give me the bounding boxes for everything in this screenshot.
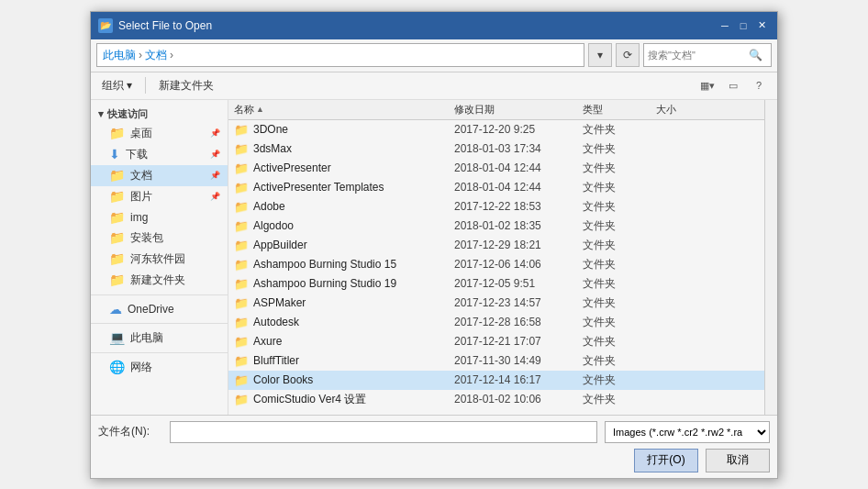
table-row[interactable]: 📁 3DOne 2017-12-20 9:25 文件夹	[228, 120, 764, 139]
file-name-text: Adobe	[253, 200, 285, 213]
file-list-area: 名称 ▲ 修改日期 类型 大小 📁 3DOne 2017-12-20 9:25	[228, 100, 764, 415]
file-name-text: ActivePresenter	[253, 161, 331, 174]
folder-icon: 📁	[234, 258, 249, 272]
sidebar: ▾ 快速访问 📁 桌面 📌 ⬇ 下载 📌 📁 文档 📌	[91, 100, 228, 415]
file-name-text: Axure	[253, 335, 282, 348]
file-type-cell: 文件夹	[577, 218, 651, 234]
sidebar-item-downloads[interactable]: ⬇ 下载 📌	[91, 144, 228, 165]
folder-icon: 📁	[234, 142, 249, 156]
file-type-cell: 文件夹	[577, 353, 651, 369]
table-row[interactable]: 📁 ASPMaker 2017-12-23 14:57 文件夹	[228, 294, 764, 313]
table-row[interactable]: 📁 Algodoo 2018-01-02 18:35 文件夹	[228, 217, 764, 236]
sidebar-item-newfolder[interactable]: 📁 新建文件夹	[91, 270, 228, 291]
refresh-button[interactable]: ⟳	[616, 43, 640, 67]
toolbar: 组织 ▾ 新建文件夹 ▦▾ ▭ ?	[91, 72, 777, 100]
file-name-text: 3DOne	[253, 123, 288, 136]
file-name-cell: 📁 BluffTitler	[228, 354, 449, 368]
file-type-cell: 文件夹	[577, 141, 651, 157]
column-header-name[interactable]: 名称 ▲	[228, 103, 449, 117]
organize-button[interactable]: 组织 ▾	[98, 76, 136, 95]
maximize-button[interactable]: □	[735, 17, 751, 34]
filename-input[interactable]	[170, 421, 597, 443]
help-button[interactable]: ?	[748, 75, 770, 95]
sidebar-item-onedrive[interactable]: ☁ OneDrive	[91, 299, 228, 319]
table-row[interactable]: 📁 ActivePresenter 2018-01-04 12:44 文件夹	[228, 159, 764, 178]
sidebar-item-network[interactable]: 🌐 网络	[91, 357, 228, 378]
column-header-date[interactable]: 修改日期	[449, 103, 577, 117]
folder-icon: 📁	[234, 373, 249, 387]
new-folder-button[interactable]: 新建文件夹	[155, 76, 217, 95]
quick-access-header[interactable]: ▾ 快速访问	[91, 104, 228, 123]
sidebar-item-label: 网络	[130, 360, 152, 375]
file-name-text: ActivePresenter Templates	[253, 181, 384, 194]
sidebar-item-computer[interactable]: 💻 此电脑	[91, 328, 228, 349]
column-header-size[interactable]: 大小	[651, 103, 706, 117]
file-date-cell: 2017-12-23 14:57	[449, 296, 577, 309]
sidebar-item-label: OneDrive	[128, 303, 174, 316]
breadcrumb-dropdown[interactable]: ▾	[588, 43, 612, 67]
file-type-cell: 文件夹	[577, 257, 651, 272]
file-name-cell: 📁 Axure	[228, 335, 449, 349]
open-button[interactable]: 打开(O)	[634, 449, 698, 472]
cancel-button[interactable]: 取消	[706, 449, 770, 472]
dialog-icon: 📂	[98, 18, 113, 33]
search-icon[interactable]: 🔍	[745, 44, 765, 66]
file-list: 📁 3DOne 2017-12-20 9:25 文件夹 📁 3dsMax 201…	[228, 120, 764, 415]
folder-icon: 📁	[234, 335, 249, 349]
file-date-cell: 2018-01-02 10:06	[449, 393, 577, 406]
breadcrumb[interactable]: 此电脑 › 文档 ›	[96, 43, 584, 67]
table-row[interactable]: 📁 Ashampoo Burning Studio 15 2017-12-06 …	[228, 255, 764, 274]
table-row[interactable]: 📁 ActivePresenter Templates 2018-01-04 1…	[228, 178, 764, 197]
title-bar-left: 📂 Select File to Open	[98, 18, 212, 33]
action-row: 打开(O) 取消	[98, 449, 770, 472]
table-row[interactable]: 📁 BluffTitler 2017-11-30 14:49 文件夹	[228, 351, 764, 371]
table-row[interactable]: 📁 Color Books 2017-12-14 16:17 文件夹	[228, 371, 764, 390]
sidebar-item-documents[interactable]: 📁 文档 📌	[91, 165, 228, 186]
sidebar-item-desktop[interactable]: 📁 桌面 📌	[91, 123, 228, 144]
file-date-cell: 2017-12-05 9:51	[449, 277, 577, 290]
folder-icon: 📁	[109, 126, 125, 140]
breadcrumb-computer[interactable]: 此电脑	[103, 48, 136, 63]
file-type-cell: 文件夹	[577, 199, 651, 215]
scroll-track[interactable]	[764, 100, 777, 415]
sidebar-item-label: 图片	[130, 189, 152, 205]
view-preview-button[interactable]: ▭	[722, 75, 744, 95]
breadcrumb-docs[interactable]: 文档	[145, 48, 167, 63]
dialog-title: Select File to Open	[118, 19, 212, 32]
close-button[interactable]: ✕	[753, 17, 770, 34]
minimize-button[interactable]: ─	[717, 17, 733, 34]
file-date-cell: 2017-12-21 17:07	[449, 335, 577, 348]
folder-icon: 📁	[109, 210, 125, 225]
file-name-cell: 📁 Ashampoo Burning Studio 19	[228, 277, 449, 291]
search-input[interactable]	[644, 50, 745, 61]
table-row[interactable]: 📁 Ashampoo Burning Studio 19 2017-12-05 …	[228, 274, 764, 294]
table-row[interactable]: 📁 Axure 2017-12-21 17:07 文件夹	[228, 332, 764, 351]
file-type-cell: 文件夹	[577, 334, 651, 350]
file-name-cell: 📁 Algodoo	[228, 219, 449, 233]
sidebar-item-img[interactable]: 📁 img	[91, 207, 228, 228]
folder-icon: 📁	[234, 296, 249, 310]
file-type-cell: 文件夹	[577, 315, 651, 330]
sidebar-item-hedong[interactable]: 📁 河东软件园	[91, 249, 228, 270]
sidebar-divider-3	[91, 352, 228, 353]
folder-icon: 📁	[234, 277, 249, 291]
file-name-text: Algodoo	[253, 219, 294, 232]
table-row[interactable]: 📁 AppBuilder 2017-12-29 18:21 文件夹	[228, 236, 764, 255]
sidebar-item-label: img	[130, 211, 148, 224]
table-row[interactable]: 📁 ComicStudio Ver4 设置 2018-01-02 10:06 文…	[228, 390, 764, 409]
column-header-type[interactable]: 类型	[577, 103, 651, 117]
sidebar-item-label: 桌面	[130, 126, 152, 141]
table-row[interactable]: 📁 Adobe 2017-12-22 18:53 文件夹	[228, 197, 764, 217]
file-name-cell: 📁 ActivePresenter	[228, 161, 449, 175]
sidebar-item-label: 安装包	[130, 230, 163, 246]
table-row[interactable]: 📁 Autodesk 2017-12-28 16:58 文件夹	[228, 313, 764, 332]
sidebar-item-install[interactable]: 📁 安装包	[91, 228, 228, 249]
folder-icon: 📁	[234, 200, 249, 214]
sidebar-item-pictures[interactable]: 📁 图片 📌	[91, 186, 228, 207]
folder-icon: ⬇	[109, 147, 120, 161]
table-row[interactable]: 📁 3dsMax 2018-01-03 17:34 文件夹	[228, 139, 764, 159]
sort-arrow-icon: ▲	[256, 105, 264, 114]
cloud-icon: ☁	[109, 302, 122, 317]
filetype-select[interactable]: Images (*.crw *.cr2 *.rw2 *.ra	[605, 421, 770, 443]
view-details-button[interactable]: ▦▾	[696, 75, 718, 95]
